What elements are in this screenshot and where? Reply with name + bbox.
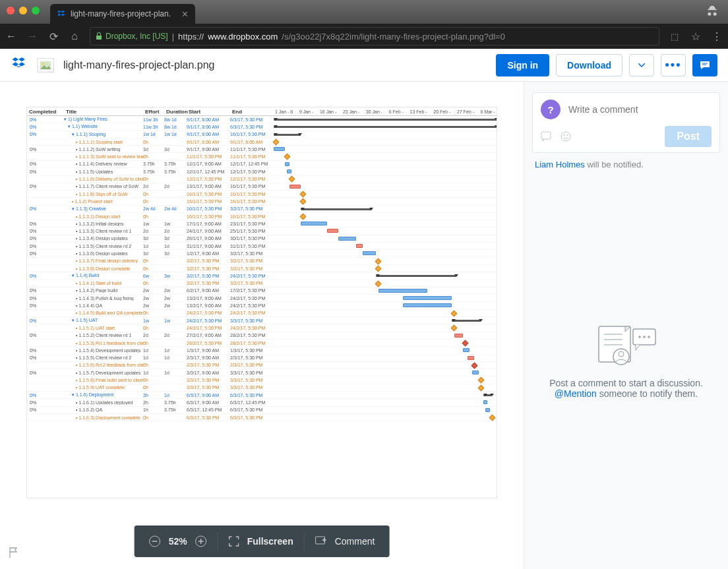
home-icon[interactable]: ⌂ xyxy=(69,30,80,42)
url-domain: www.dropbox.com xyxy=(208,32,278,42)
col-end: End xyxy=(230,109,274,115)
gantt-row: 0%• 1.1.1.2) SoW writing3d3d9/1/17, 9:00… xyxy=(27,146,497,153)
tab-bar: light-many-fires-project-plan. ✕ xyxy=(0,0,728,24)
gantt-row: • 1.1.3.1) Design start0h16/1/17, 5:30 P… xyxy=(27,213,497,220)
comment-composer: ? Post xyxy=(532,92,720,153)
gantt-row: 0%• 1.1.1.4) Delivery review3.75h3.75h12… xyxy=(27,161,497,168)
workspace: Completed Title Effort Duration Start En… xyxy=(0,82,728,569)
gantt-row: 0%▾ 1.1.4) Build6w3w3/2/17, 5:30 PM24/2/… xyxy=(27,272,497,280)
gantt-row: 0%• 1.1.5.2) Client review rd 12d2d27/2/… xyxy=(27,332,497,340)
image-preview[interactable]: Completed Title Effort Duration Start En… xyxy=(26,107,497,498)
comment-button[interactable]: Comment xyxy=(305,525,386,557)
window-controls[interactable] xyxy=(7,7,40,15)
avatar: ? xyxy=(541,100,561,119)
browser-tab[interactable]: light-many-fires-project-plan. ✕ xyxy=(50,4,195,24)
gantt-row: 0%• 1.1.3.4) Design updates3d3d26/1/17, … xyxy=(27,235,497,243)
col-title: Title xyxy=(64,109,143,115)
notify-user-link[interactable]: Liam Holmes xyxy=(535,160,585,169)
secure-badge: Dropbox, Inc [US] xyxy=(96,32,168,41)
forward-icon[interactable]: → xyxy=(26,30,38,42)
download-menu-button[interactable] xyxy=(629,54,654,76)
gantt-row: 0%▾ 1) Light Many Fires11w 3h8w 1d9/1/17… xyxy=(27,116,497,123)
flag-icon[interactable] xyxy=(8,547,18,561)
gantt-row: 0%• 1.1.3.5) Client review rd 21d1d31/1/… xyxy=(27,243,497,250)
gantt-row: 0%• 1.1.4.3) Polish & bug fixing2w2w13/2… xyxy=(27,295,497,302)
mention-hint: @Mention xyxy=(555,388,597,399)
gantt-row: • 1.1.5.3) Rd 1 feedback from client0h28… xyxy=(27,340,497,347)
gantt-row: 0%• 1.1.4.4) QA2w2w13/2/17, 9:00 AM24/2/… xyxy=(27,302,497,309)
gantt-row: • 1.1.4.1) Start of build0h3/2/17, 5:30 … xyxy=(27,280,497,287)
gantt-row: 0%• 1.1.1.7) Client review of SoW2d2d13/… xyxy=(27,183,497,191)
bookmark-icon[interactable]: ☆ xyxy=(690,30,702,42)
ellipsis-icon: ••• xyxy=(665,58,682,72)
gantt-row: • 1.1.3.8) Design complete0h3/2/17, 5:30… xyxy=(27,265,497,272)
reload-icon[interactable]: ⟳ xyxy=(47,30,59,42)
svg-point-12 xyxy=(564,135,565,136)
gantt-row: 0%• 1.1.5.7) Development updates1d1d3/3/… xyxy=(27,369,497,376)
dropbox-favicon-icon xyxy=(57,9,66,18)
emoji-icon[interactable] xyxy=(561,131,571,142)
gantt-row: • 1.1.5.1) UAT start0h24/2/17, 5:30 PM24… xyxy=(27,324,497,332)
back-icon[interactable]: ← xyxy=(5,30,17,42)
gantt-row: • 1.1.1.6) Delivery of SoW to client0h12… xyxy=(27,175,497,183)
comments-sidebar: ? Post Liam Holmes will be notified. xyxy=(524,82,728,569)
gantt-row: 0%▾ 1.1.6) Deployment3h1d6/3/17, 9:00 AM… xyxy=(27,392,497,399)
gantt-row: 0%• 1.1.5.5) Client review rd 21d1d2/3/1… xyxy=(27,355,497,362)
gantt-row: 0%• 1.1.3.6) Design updates3d3d1/2/17, 9… xyxy=(27,250,497,257)
comments-toggle-button[interactable] xyxy=(692,54,717,76)
signin-button[interactable]: Sign in xyxy=(496,54,549,76)
empty-illustration-icon xyxy=(593,321,659,367)
tab-title: light-many-fires-project-plan. xyxy=(71,9,171,18)
url-path: /s/g3oo22j7x8q22im/light-many-fires-proj… xyxy=(282,32,505,42)
gantt-row: 0%▾ 1.1.5) UAT1w1w24/2/17, 5:30 PM3/3/17… xyxy=(27,317,497,324)
zoom-value: 52% xyxy=(169,536,187,547)
gantt-header-row: Completed Title Effort Duration Start En… xyxy=(27,107,497,116)
col-completed: Completed xyxy=(27,109,64,115)
gantt-body: 0%▾ 1) Light Many Fires11w 3h8w 1d9/1/17… xyxy=(27,116,497,421)
gantt-row: • 1.1.5.9) UAT complete0h3/3/17, 5:30 PM… xyxy=(27,384,497,392)
gantt-row: • 1.1.5.6) Rd 2 feedback from client0h2/… xyxy=(27,362,497,369)
header-actions: Sign in Download ••• xyxy=(496,54,717,76)
incognito-icon xyxy=(706,5,719,20)
gantt-row: 0%▾ 1.1) Website11w 3h8w 1d9/1/17, 8:00 … xyxy=(27,123,497,131)
minimize-window-icon[interactable] xyxy=(19,7,27,15)
zoom-out-button[interactable] xyxy=(149,535,161,547)
gantt-row: 0%• 1.1.4.2) Page build2w2w6/2/17, 9:00 … xyxy=(27,287,497,295)
gantt-row: • 1.1.1.1) Scoping start0h9/1/17, 8:00 A… xyxy=(27,138,497,146)
site-settings-icon[interactable]: ⬚ xyxy=(669,30,681,42)
address-bar: ← → ⟳ ⌂ Dropbox, Inc [US] | https://www.… xyxy=(0,24,728,49)
viewer-toolbar: 52% Fullscreen Comment xyxy=(135,525,390,557)
more-button[interactable]: ••• xyxy=(661,54,686,76)
url-field[interactable]: Dropbox, Inc [US] | https://www.dropbox.… xyxy=(90,27,659,45)
region-comment-icon[interactable] xyxy=(541,131,553,142)
svg-rect-10 xyxy=(541,132,551,139)
notify-line: Liam Holmes will be notified. xyxy=(524,160,728,169)
maximize-window-icon[interactable] xyxy=(32,7,40,15)
gantt-row: 0%▾ 1.1.1) Scoping1w 1d1w 1d9/1/17, 8:00… xyxy=(27,131,497,138)
empty-line-1: Post a comment to start a discussion. xyxy=(540,378,712,388)
url-scheme: https:// xyxy=(178,32,204,42)
close-tab-icon[interactable]: ✕ xyxy=(181,9,189,19)
fullscreen-icon xyxy=(229,536,239,547)
gantt-row: 0%• 1.1.3.3) Client review rd 12d2d24/1/… xyxy=(27,227,497,235)
svg-point-11 xyxy=(561,132,570,141)
download-button[interactable]: Download xyxy=(556,54,622,76)
chevron-down-icon xyxy=(638,63,645,67)
zoom-in-button[interactable] xyxy=(195,535,207,547)
svg-point-22 xyxy=(643,336,646,338)
gantt-row: 0%• 1.1.5.4) Development updates1d1d1/3/… xyxy=(27,347,497,354)
svg-point-23 xyxy=(648,336,650,338)
close-window-icon[interactable] xyxy=(7,7,15,15)
dropbox-logo-icon[interactable] xyxy=(11,55,28,75)
gantt-row: 0%• 1.1.6.2) QA1h3.75h6/3/17, 12:45 PM6/… xyxy=(27,407,497,414)
comment-add-icon xyxy=(315,536,327,547)
col-effort: Effort xyxy=(143,109,164,115)
svg-point-13 xyxy=(567,135,568,136)
comment-input[interactable] xyxy=(568,104,712,115)
file-thumbnail-icon xyxy=(37,58,54,73)
menu-icon[interactable]: ⋮ xyxy=(711,30,723,42)
gantt-row: 0%• 1.1.6.1) Updates deployed2h3.75h6/3/… xyxy=(27,399,497,406)
svg-point-1 xyxy=(42,63,44,65)
fullscreen-button[interactable]: Fullscreen xyxy=(218,525,304,557)
post-button[interactable]: Post xyxy=(665,126,712,147)
